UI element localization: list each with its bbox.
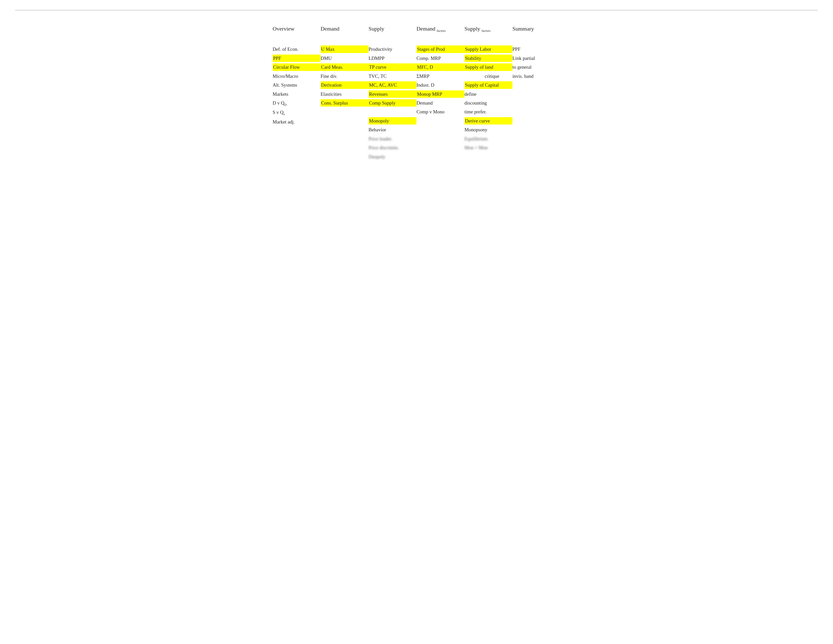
nav-summary-label: Summary: [512, 26, 534, 32]
item-stability: Stability: [465, 55, 512, 62]
nav-supply-factors-label: Supply factors: [465, 26, 490, 32]
item-supply-of-capital: Supply of Capital: [465, 81, 512, 89]
col-demand-factors: Stages of Prod Comp. MRP MFC, D ΣMRP Ind…: [416, 45, 465, 116]
col-supply: Productivity LDMPP TP curve TVC, TC MC, …: [368, 45, 416, 160]
item-card-meas: Card Meas.: [321, 63, 368, 71]
item-u-max: U Max: [321, 45, 368, 53]
item-fine-div: Fine div.: [321, 72, 368, 80]
nav-supply-factors[interactable]: Supply factors: [465, 26, 512, 33]
item-comp-mrp: Comp. MRP: [416, 55, 465, 62]
item-productivity: Productivity: [368, 45, 416, 53]
nav-demand-factors[interactable]: Demand factors: [416, 26, 465, 33]
item-spacer-supply: [368, 108, 416, 116]
item-equilibrium: Equilibrium: [465, 135, 512, 142]
item-s-v-qs: S v Qs: [273, 109, 321, 116]
item-indust-d: Indust. D: [416, 81, 465, 89]
item-supply-labor: Supply Labor: [465, 45, 512, 53]
item-monopsony: Monopsony: [465, 126, 512, 134]
nav-demand[interactable]: Demand: [321, 26, 368, 32]
item-dmu: DMU: [321, 55, 368, 62]
item-mc-ac-avc: MC, AC, AVC: [368, 81, 416, 89]
item-def-econ: Def. of Econ.: [273, 45, 321, 53]
item-supply-of-land: Supply of land: [465, 63, 512, 71]
col-supply-factors: Supply Labor Stability Supply of land cr…: [465, 45, 512, 151]
item-derivation: Derivation: [321, 81, 368, 89]
item-ppf-summary: PPF: [512, 45, 560, 53]
nav-supply[interactable]: Supply: [368, 26, 416, 32]
item-price-discrimin: Price discrimin.: [368, 144, 416, 151]
nav-row: Overview Demand Supply Demand factors Su…: [273, 10, 560, 45]
col-summary: PPF Link partial to general invis. hand: [512, 45, 560, 80]
item-mfc-d: MFC, D: [416, 63, 465, 71]
item-discounting: discounting: [465, 99, 512, 106]
item-mon-plus-mon: Mon + Mon: [465, 144, 512, 151]
item-invis-hand: invis. hand: [512, 72, 560, 80]
item-alt-systems: Alt. Systems: [273, 81, 321, 89]
col-demand: U Max DMU Card Meas. Fine div. Derivatio…: [321, 45, 368, 106]
page-container: Overview Demand Supply Demand factors Su…: [252, 10, 581, 160]
item-stages-prod: Stages of Prod: [416, 45, 465, 53]
item-tvc-tc: TVC, TC: [368, 72, 416, 80]
item-define: define: [465, 90, 512, 98]
item-monopoly: Monopoly: [368, 117, 416, 124]
item-critique: critique: [465, 72, 512, 80]
item-monop-mrp: Monop MRP: [416, 90, 465, 98]
item-price-leader: Price leader.: [368, 135, 416, 142]
item-market-adj: Market adj.: [273, 118, 321, 126]
item-markets: Markets: [273, 90, 321, 98]
item-comp-v-mono: Comp v Mono: [416, 108, 465, 116]
content-grid: Def. of Econ. PPF Circular Flow Micro/Ma…: [273, 45, 560, 160]
item-derive-curve: Derive curve: [465, 117, 512, 124]
item-d-v-qd: D v QD: [273, 99, 321, 107]
item-comp-supply: Comp Supply: [368, 99, 416, 106]
item-revenues: Revenues: [368, 90, 416, 98]
item-elasticities: Elasticities: [321, 90, 368, 98]
nav-demand-label: Demand: [321, 26, 339, 32]
item-cons-surplus: Cons. Surplus: [321, 99, 368, 106]
item-micro-macro: Micro/Macro: [273, 72, 321, 80]
item-demand: Demand: [416, 99, 465, 106]
item-to-general: to general: [512, 63, 560, 71]
item-behavior: Behavior: [368, 126, 416, 134]
item-duopoly: Duopoly: [368, 153, 416, 160]
item-sigma-mrp: ΣMRP: [416, 72, 465, 80]
nav-overview-label: Overview: [273, 26, 294, 32]
item-tp-curve: TP curve: [368, 63, 416, 71]
item-ldmpp: LDMPP: [368, 55, 416, 62]
nav-demand-factors-label: Demand factors: [416, 26, 445, 32]
nav-summary[interactable]: Summary: [512, 26, 560, 32]
item-link-partial: Link partial: [512, 55, 560, 62]
nav-overview[interactable]: Overview: [273, 26, 321, 32]
item-ppf: PPF: [273, 55, 321, 62]
item-time-prefer: time prefer.: [465, 108, 512, 116]
nav-supply-label: Supply: [368, 26, 384, 32]
item-circular-flow: Circular Flow: [273, 63, 321, 71]
col-overview: Def. of Econ. PPF Circular Flow Micro/Ma…: [273, 45, 321, 126]
